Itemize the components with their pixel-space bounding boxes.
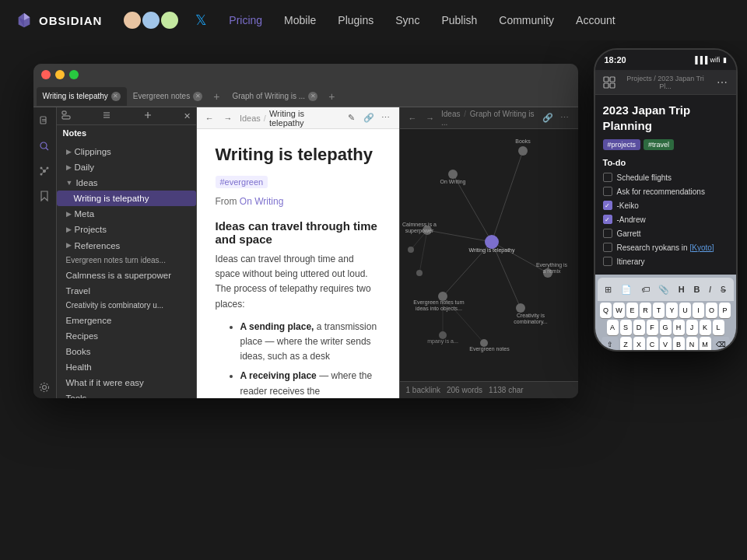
tab-1-close[interactable]: ✕: [111, 92, 121, 101]
key-O[interactable]: O: [706, 303, 717, 318]
key-J[interactable]: J: [686, 320, 698, 335]
link-button[interactable]: 🔗: [362, 111, 376, 125]
tab-2-close[interactable]: ✕: [193, 92, 202, 101]
nav-link-publish[interactable]: Publish: [432, 11, 486, 30]
phone-keyboard[interactable]: ⊞ 📄 🏷 📎 H B I S̶ Q W E R T Y U I O P: [595, 275, 736, 352]
key-G[interactable]: G: [660, 320, 672, 335]
kb-tool-grid[interactable]: ⊞: [601, 283, 615, 296]
sidebar-item-recipes[interactable]: Recipes: [57, 328, 196, 344]
sidebar-item-health[interactable]: Health: [57, 359, 196, 375]
sidebar-item-calmness[interactable]: Calmness is a superpower: [57, 268, 196, 283]
kb-tool-header[interactable]: H: [675, 283, 688, 296]
key-N[interactable]: N: [686, 337, 698, 352]
kb-tool-strikethrough[interactable]: S̶: [717, 283, 729, 296]
key-R[interactable]: R: [640, 303, 651, 318]
kb-tool-italic[interactable]: I: [706, 283, 714, 296]
kb-tool-bold[interactable]: B: [690, 283, 703, 296]
kb-tool-file[interactable]: 📄: [618, 283, 635, 296]
key-K[interactable]: K: [700, 320, 711, 335]
kb-tool-attach[interactable]: 📎: [655, 283, 672, 296]
sidebar-item-emergence[interactable]: Emergence: [57, 313, 196, 328]
sidebar-icon-graph[interactable]: [37, 163, 52, 179]
key-S[interactable]: S: [620, 320, 632, 335]
key-B[interactable]: B: [673, 337, 685, 352]
sidebar-item-what-if[interactable]: What if it were easy: [57, 375, 196, 390]
sidebar-icon-search[interactable]: [37, 138, 52, 154]
nav-link-mobile[interactable]: Mobile: [275, 11, 325, 30]
key-C[interactable]: C: [647, 337, 658, 352]
key-shift[interactable]: ⇧: [601, 337, 619, 352]
key-E[interactable]: E: [626, 303, 638, 318]
tab-add-button-2[interactable]: +: [324, 90, 339, 103]
key-V[interactable]: V: [660, 337, 672, 352]
key-W[interactable]: W: [613, 303, 625, 318]
phone-tag-travel[interactable]: #travel: [644, 139, 674, 150]
todo-item-4[interactable]: Garrett: [603, 228, 728, 239]
edit-button[interactable]: ✎: [345, 111, 359, 125]
sidebar-icon-files[interactable]: [37, 114, 52, 129]
on-writing-link[interactable]: On Writing: [240, 196, 283, 207]
sidebar-item-daily[interactable]: ▶Daily: [57, 159, 196, 175]
kb-tool-tag[interactable]: 🏷: [638, 283, 653, 296]
sidebar-item-evergreen-turn[interactable]: Evergreen notes turn ideas...: [57, 254, 196, 268]
graph-link-button[interactable]: 🔗: [541, 111, 555, 125]
checkbox-2[interactable]: [603, 201, 612, 210]
nav-link-sync[interactable]: Sync: [386, 11, 429, 30]
sidebar-item-writing-telepathy[interactable]: Writing is telepathy: [57, 191, 196, 206]
graph-back-button[interactable]: ←: [406, 111, 419, 125]
key-Y[interactable]: Y: [666, 303, 678, 318]
maximize-button[interactable]: [69, 70, 79, 79]
sidebar-icon-bookmark[interactable]: [37, 188, 52, 204]
tab-graph[interactable]: Graph of Writing is ... ✕: [226, 87, 324, 106]
graph-visualization[interactable]: Writing is telepathy On Writing Books Ca…: [400, 129, 578, 381]
sidebar-item-travel[interactable]: Travel: [57, 283, 196, 299]
graph-more-button[interactable]: ⋯: [558, 111, 572, 125]
key-F[interactable]: F: [647, 320, 658, 335]
sidebar-item-tools[interactable]: Tools: [57, 390, 196, 398]
key-L[interactable]: L: [713, 320, 724, 335]
todo-item-2[interactable]: -Keiko: [603, 200, 728, 211]
minimize-button[interactable]: [55, 70, 65, 79]
phone-nav-right[interactable]: ⋯: [714, 75, 730, 90]
todo-item-0[interactable]: Schedule flights: [603, 172, 728, 183]
checkbox-3[interactable]: [603, 215, 612, 224]
tab-3-close[interactable]: ✕: [308, 92, 317, 101]
todo-item-1[interactable]: Ask for recommendations: [603, 186, 728, 197]
sidebar-tree[interactable]: ▶Clippings ▶Daily ▼Ideas Writing is tele…: [57, 141, 196, 398]
todo-item-6[interactable]: Itinerary: [603, 256, 728, 267]
todo-item-5[interactable]: Research ryokans in [Kyoto]: [603, 242, 728, 253]
checkbox-0[interactable]: [603, 173, 612, 182]
nav-link-plugins[interactable]: Plugins: [328, 11, 383, 30]
key-T[interactable]: T: [653, 303, 665, 318]
back-button[interactable]: ←: [203, 111, 217, 125]
sidebar-item-references[interactable]: ▶References: [57, 238, 196, 254]
phone-nav-left[interactable]: [601, 75, 617, 90]
todo-item-3[interactable]: -Andrew: [603, 214, 728, 225]
key-X[interactable]: X: [633, 337, 645, 352]
nav-link-pricing[interactable]: Pricing: [219, 11, 272, 30]
key-P[interactable]: P: [719, 303, 731, 318]
sidebar-item-books[interactable]: Books: [57, 344, 196, 359]
note-tag[interactable]: #evergreen: [216, 176, 268, 188]
tab-add-button[interactable]: +: [209, 90, 224, 103]
key-D[interactable]: D: [633, 320, 645, 335]
sidebar-item-meta[interactable]: ▶Meta: [57, 206, 196, 222]
twitter-icon[interactable]: 𝕏: [195, 12, 207, 29]
checkbox-6[interactable]: [603, 257, 612, 266]
phone-tag-projects[interactable]: #projects: [603, 139, 641, 150]
nav-link-account[interactable]: Account: [566, 11, 625, 30]
logo[interactable]: OBSIDIAN: [16, 12, 102, 29]
key-Z[interactable]: Z: [620, 337, 632, 352]
key-A[interactable]: A: [607, 320, 619, 335]
close-button[interactable]: [41, 70, 51, 79]
kyoto-link[interactable]: [Kyoto]: [689, 243, 714, 252]
key-Q[interactable]: Q: [600, 303, 612, 318]
tab-writing-telepathy[interactable]: Writing is telepathy ✕: [37, 87, 127, 106]
more-button[interactable]: ⋯: [379, 111, 393, 125]
key-U[interactable]: U: [679, 303, 691, 318]
key-I[interactable]: I: [693, 303, 704, 318]
key-M[interactable]: M: [700, 337, 711, 352]
checkbox-1[interactable]: [603, 187, 612, 196]
sidebar-item-ideas[interactable]: ▼Ideas: [57, 175, 196, 191]
sidebar-item-clippings[interactable]: ▶Clippings: [57, 144, 196, 159]
